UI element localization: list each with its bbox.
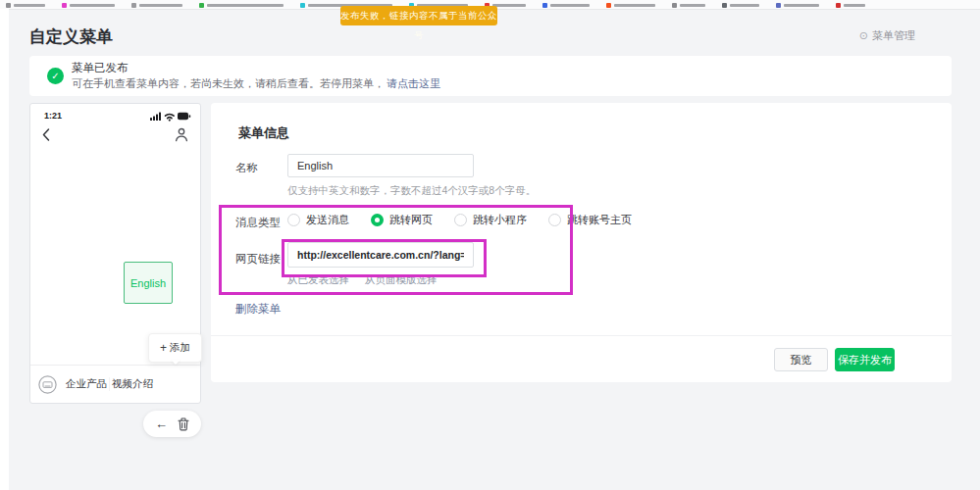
bookmark-favicon-icon <box>6 3 11 8</box>
bookmark-favicon-icon <box>62 3 67 8</box>
radio-icon <box>287 214 300 226</box>
radio-label: 发送消息 <box>306 213 349 227</box>
bookmark-favicon-icon <box>199 3 204 8</box>
move-left-arrow-icon[interactable]: ← <box>155 417 168 430</box>
delete-menu-link[interactable]: 删除菜单 <box>235 302 281 317</box>
menu-manage-label: 菜单管理 <box>872 28 915 43</box>
menu-tab-active-english[interactable]: English <box>124 262 173 304</box>
menu-info-card: 菜单信息 名称 仅支持中英文和数字，字数不超过4个汉字或8个字母。 消息类型 发… <box>211 103 952 382</box>
bookmark-label <box>70 4 115 7</box>
bookmark-item[interactable] <box>199 3 284 8</box>
radio-label: 跳转网页 <box>389 213 433 227</box>
phone-preview: 1:21 <box>29 103 201 404</box>
phone-menu-bar: 企业产品 视频介绍 <box>30 365 200 403</box>
menu-tab-2[interactable]: 视频介绍 <box>109 377 155 391</box>
bookmark-item[interactable] <box>6 3 45 8</box>
battery-icon <box>178 113 190 120</box>
bookmark-item[interactable] <box>606 3 655 8</box>
radio-jump-webpage[interactable]: 跳转网页 <box>371 213 433 227</box>
choose-from-published-link[interactable]: 从已发表选择 <box>287 273 349 287</box>
bookmark-favicon-icon <box>722 3 727 8</box>
footer-actions: 预览 保存并发布 <box>774 348 895 371</box>
bookmark-item[interactable] <box>836 3 865 8</box>
url-source-links: 从已发表选择 从页面模版选择 <box>287 273 438 287</box>
bookmark-label <box>14 4 45 7</box>
bookmark-favicon-icon <box>836 3 841 8</box>
url-input[interactable] <box>287 242 474 268</box>
circle-icon: ⊙ <box>859 29 868 42</box>
add-button-caret <box>171 360 181 365</box>
notice-title: 菜单已发布 <box>72 61 129 75</box>
check-icon: ✓ <box>47 68 64 84</box>
bookmark-label <box>139 4 182 7</box>
radio-icon <box>548 214 561 226</box>
keyboard-toggle-icon[interactable] <box>30 375 64 394</box>
add-menu-label: 添加 <box>170 341 190 355</box>
bookmark-favicon-icon <box>542 3 547 8</box>
phone-status-icons <box>150 111 191 122</box>
bookmark-label <box>207 4 284 7</box>
bookmark-favicon-icon <box>300 3 305 8</box>
contact-person-icon[interactable] <box>175 127 188 142</box>
radio-send-message[interactable]: 发送消息 <box>287 213 349 227</box>
bookmark-label <box>492 4 526 7</box>
menu-manage-link[interactable]: ⊙ 菜单管理 <box>859 28 915 43</box>
wechat-mp-custom-menu-page: 发布失败，链接内容不属于当前公众号 自定义菜单 ⊙ 菜单管理 ✓ 菜单已发布 可… <box>0 0 980 490</box>
notice-text: 可在手机查看菜单内容，若尚未生效，请稍后查看。若停用菜单， <box>72 77 385 89</box>
plus-icon: + <box>160 341 167 355</box>
stop-menu-link[interactable]: 请点击这里 <box>387 77 440 89</box>
delete-tab-trash-icon[interactable] <box>178 417 189 431</box>
bookmark-item[interactable] <box>131 3 182 8</box>
section-title: 菜单信息 <box>238 124 289 142</box>
bookmark-label <box>844 4 865 7</box>
radio-label: 跳转小程序 <box>473 213 527 227</box>
url-label: 网页链接 <box>235 252 281 267</box>
preview-button[interactable]: 预览 <box>774 348 828 371</box>
radio-icon-selected <box>371 214 384 226</box>
bookmark-item[interactable] <box>62 3 115 8</box>
notice-body: 可在手机查看菜单内容，若尚未生效，请稍后查看。若停用菜单，请点击这里 <box>72 76 440 91</box>
add-menu-button[interactable]: + 添加 <box>148 333 202 363</box>
bookmark-favicon-icon <box>606 3 611 8</box>
back-chevron-icon[interactable] <box>42 128 50 141</box>
name-hint: 仅支持中英文和数字，字数不超过4个汉字或8个字母。 <box>287 184 536 198</box>
footer-divider <box>211 335 952 336</box>
bookmark-item[interactable] <box>722 3 759 8</box>
phone-clock: 1:21 <box>44 111 62 121</box>
wifi-icon <box>166 114 175 118</box>
wifi-dot <box>169 120 171 122</box>
bookmark-favicon-icon <box>131 3 136 8</box>
radio-label: 跳转账号主页 <box>567 213 632 227</box>
name-label: 名称 <box>235 161 258 175</box>
radio-icon <box>454 214 467 226</box>
error-toast: 发布失败，链接内容不属于当前公众号 <box>340 6 497 25</box>
bookmark-item[interactable] <box>672 3 705 8</box>
bookmark-label <box>784 4 819 7</box>
bookmark-favicon-icon <box>672 3 677 8</box>
radio-jump-account-home[interactable]: 跳转账号主页 <box>548 213 632 227</box>
menu-tab-1[interactable]: 企业产品 <box>64 377 109 391</box>
bookmark-label <box>550 4 590 7</box>
bookmark-label <box>730 4 759 7</box>
bookmark-item[interactable] <box>542 3 590 8</box>
page-title: 自定义菜单 <box>29 25 113 48</box>
message-type-options: 发送消息 跳转网页 跳转小程序 跳转账号主页 <box>287 213 632 227</box>
publish-notice-card: ✓ 菜单已发布 可在手机查看菜单内容，若尚未生效，请稍后查看。若停用菜单，请点击… <box>29 56 952 96</box>
bookmark-item[interactable] <box>776 3 819 8</box>
bookmark-label <box>680 4 705 7</box>
name-input[interactable] <box>287 154 474 177</box>
bookmark-label <box>614 4 655 7</box>
window-edge <box>0 9 9 490</box>
tab-actions-pill: ← <box>143 411 201 437</box>
bookmark-favicon-icon <box>776 3 781 8</box>
radio-jump-miniprogram[interactable]: 跳转小程序 <box>454 213 527 227</box>
signal-icon <box>150 113 161 122</box>
choose-from-template-link[interactable]: 从页面模版选择 <box>365 273 438 287</box>
message-type-label: 消息类型 <box>235 216 281 230</box>
save-publish-button[interactable]: 保存并发布 <box>835 348 895 371</box>
